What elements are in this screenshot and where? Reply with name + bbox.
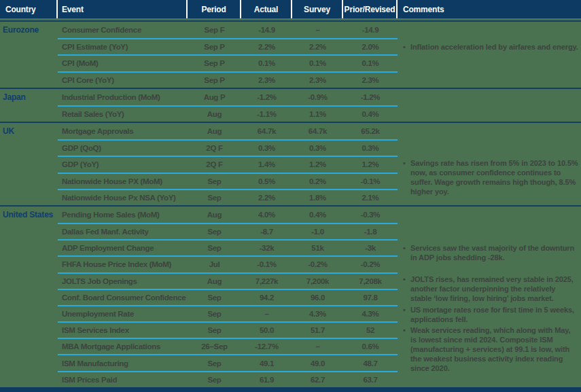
cell-period: Sep [188, 194, 241, 202]
cell-event: FHFA House Price Index (MoM) [58, 260, 188, 268]
cell-period: Sep P [188, 59, 241, 67]
group-rows: Industrial Production (MoM)Aug P-1.2%-0.… [58, 89, 398, 122]
cell-prior-revised: 2.0% [343, 43, 398, 51]
group-rows: Pending Home Sales (MoM)Aug4.0%0.4%-0.3%… [58, 207, 398, 387]
country-label: Japan [0, 89, 58, 122]
cell-event: Retail Sales (YoY) [58, 110, 188, 118]
cell-survey: 2.2% [292, 43, 343, 51]
table-row: Mortgage ApprovalsAug64.7k64.7k65.2k [58, 123, 398, 139]
cell-event: ISM Manufacturing [58, 359, 188, 368]
cell-actual: 2.2% [241, 43, 292, 51]
comments-cell: Inflation acceleration led by airfares a… [398, 22, 580, 88]
country-label: UK [0, 123, 58, 205]
cell-prior-revised: 0.4% [343, 110, 398, 118]
cell-survey: 51.7 [292, 326, 343, 334]
column-header-comments: Comments [398, 0, 581, 18]
cell-period: Sep [188, 376, 241, 384]
country-group-japan: Japan Industrial Production (MoM)Aug P-1… [0, 88, 581, 122]
table-row: Nationwide House Px NSA (YoY)Sep2.2%1.8%… [58, 189, 398, 205]
cell-event: Mortgage Approvals [58, 127, 188, 135]
table-row: CPI Estimate (YoY)Sep P2.2%2.2%2.0% [58, 38, 398, 54]
cell-prior-revised: 48.7 [343, 359, 398, 368]
cell-event: MBA Mortgage Applications [58, 342, 188, 351]
table-row: GDP (YoY)2Q F1.4%1.2%1.2% [58, 156, 398, 172]
table-row: ISM Services IndexSep50.051.752 [58, 321, 398, 338]
cell-prior-revised: 97.8 [343, 293, 398, 302]
cell-event: Consumer Confidence [58, 26, 188, 34]
table-row: CPI Core (YoY)Sep P2.3%2.3%2.3% [58, 71, 398, 88]
cell-survey: 4.3% [292, 310, 343, 318]
cell-survey: 2.3% [292, 76, 343, 84]
country-group-united-states: United States Pending Home Sales (MoM)Au… [0, 205, 581, 387]
table-row: Unemployment RateSep–4.3%4.3% [58, 305, 398, 321]
cell-actual: 1.4% [241, 160, 292, 168]
table-row: JOLTS Job OpeningsAug7,227k7,200k7,208k [58, 272, 398, 289]
cell-survey: -1.0 [292, 228, 343, 236]
cell-period: Sep [188, 177, 241, 185]
cell-period: Aug [188, 127, 241, 135]
cell-prior-revised: -1.2% [343, 93, 398, 101]
cell-event: GDP (YoY) [58, 160, 188, 168]
comment: Savings rate has risen from 5% in 2023 t… [403, 158, 578, 196]
group-rows: Consumer ConfidenceSep F-14.9–-14.9CPI E… [58, 22, 398, 88]
cell-survey: 0.1% [292, 59, 343, 67]
comment: JOLTS rises, has remained very stable in… [403, 274, 578, 303]
table-bottom-border [0, 387, 581, 392]
cell-survey: 1.1% [292, 110, 343, 118]
cell-period: Sep [188, 228, 241, 236]
cell-actual: 0.5% [241, 177, 292, 185]
cell-event: Unemployment Rate [58, 310, 188, 318]
cell-actual: 7,227k [241, 277, 292, 285]
column-header-actual: Actual [241, 0, 292, 18]
cell-period: Aug P [188, 93, 241, 101]
table-row: Conf. Board Consumer ConfidenceSep94.296… [58, 289, 398, 305]
cell-survey: 0.2% [292, 177, 343, 185]
cell-actual: 2.2% [241, 194, 292, 202]
cell-survey: 64.7k [292, 127, 343, 135]
column-header-prior-revised: Prior/Revised [343, 0, 398, 18]
comments-cell: Savings rate has risen from 5% in 2023 t… [398, 123, 580, 205]
cell-period: Sep P [188, 76, 241, 84]
comment: US mortage rates rose for first time in … [403, 305, 578, 324]
cell-period: Sep P [188, 43, 241, 51]
column-header-survey: Survey [292, 0, 343, 18]
cell-survey: 51k [292, 244, 343, 252]
table-row: Industrial Production (MoM)Aug P-1.2%-0.… [58, 89, 398, 105]
cell-prior-revised: 52 [343, 326, 398, 334]
column-header-event: Event [58, 0, 188, 18]
cell-event: Conf. Board Consumer Confidence [58, 293, 188, 302]
cell-actual: – [241, 310, 292, 318]
cell-survey: 62.7 [292, 376, 343, 384]
cell-event: Dallas Fed Manf. Activity [58, 228, 188, 236]
cell-prior-revised: -0.2% [343, 260, 398, 268]
cell-event: GDP (QoQ) [58, 144, 188, 152]
cell-actual: 64.7k [241, 127, 292, 135]
country-label: United States [0, 207, 58, 387]
cell-actual: 2.3% [241, 76, 292, 84]
country-label: Eurozone [0, 22, 58, 88]
cell-survey: – [292, 342, 343, 351]
table-row: Nationwide House PX (MoM)Sep0.5%0.2%-0.1… [58, 173, 398, 189]
cell-prior-revised: -0.1% [343, 177, 398, 185]
cell-event: Nationwide House PX (MoM) [58, 177, 188, 185]
cell-period: 2Q F [188, 160, 241, 168]
cell-actual: -8.7 [241, 228, 292, 236]
cell-survey: 49.0 [292, 359, 343, 368]
economic-data-table: Country Event Period Actual Survey Prior… [0, 0, 581, 392]
cell-actual: -32k [241, 244, 292, 252]
cell-period: Sep [188, 310, 241, 318]
cell-survey: – [292, 26, 343, 34]
cell-prior-revised: 4.3% [343, 310, 398, 318]
cell-prior-revised: -1.8 [343, 228, 398, 236]
cell-prior-revised: 1.2% [343, 160, 398, 168]
cell-actual: 61.9 [241, 376, 292, 384]
cell-event: CPI Core (YoY) [58, 76, 188, 84]
comments-cell [398, 89, 580, 122]
cell-prior-revised: -0.3% [343, 211, 398, 219]
comment: Weak services reading, which along with … [403, 325, 578, 373]
comments-cell: Services saw the vast majority of the do… [398, 207, 580, 387]
cell-prior-revised: 2.1% [343, 194, 398, 202]
cell-actual: 0.1% [241, 59, 292, 67]
cell-prior-revised: 63.7 [343, 376, 398, 384]
cell-survey: -0.9% [292, 93, 343, 101]
